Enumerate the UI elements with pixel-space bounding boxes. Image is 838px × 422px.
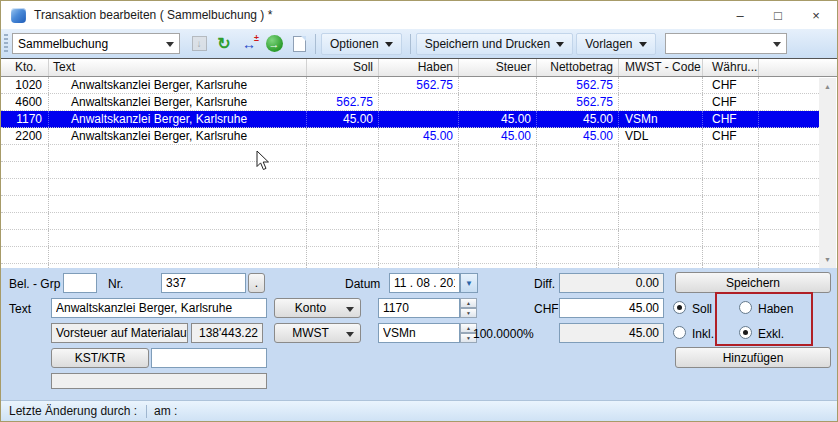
cell-empty [619,179,703,195]
cell-empty [49,196,307,212]
new-document-icon[interactable] [288,33,310,55]
column-header-steuer[interactable]: Steuer [459,59,537,76]
soll-radio-label: Soll [692,302,712,316]
cell-empty [703,196,759,212]
kst-ktr-input[interactable] [151,348,267,368]
cell-haben: 562.75 [379,77,459,93]
cell-empty [703,230,759,246]
minimize-button[interactable]: – [721,1,759,29]
refresh-icon[interactable]: ↻ [213,33,235,55]
konto-dropdown-button[interactable]: Konto [274,298,361,318]
cell-filler [759,196,819,212]
cell-empty [703,162,759,178]
netto-value-field [559,323,664,343]
optionen-button[interactable]: Optionen [321,33,402,55]
bel-grp-input[interactable] [63,273,97,293]
booking-type-combobox[interactable]: Sammelbuchung [12,33,180,54]
resize-columns-icon[interactable]: ↔± [238,33,260,55]
chevron-down-icon [773,42,781,47]
cell-empty [619,213,703,229]
chevron-down-icon [166,42,174,47]
cell-empty [459,247,537,263]
table-header: Kto.TextSollHabenSteuerNettobetragMWST -… [1,59,837,77]
cell-filler [759,145,819,161]
cell-empty [1,145,49,161]
cell-empty [459,230,537,246]
scroll-up-icon[interactable]: ▲ [819,78,836,95]
column-header-haben[interactable]: Haben [379,59,459,76]
cell-soll [307,128,379,144]
datum-input[interactable] [389,273,460,293]
titlebar: Transaktion bearbeiten ( Sammelbuchung )… [1,1,837,29]
vertical-scrollbar[interactable]: ▲ ▼ [819,78,836,268]
cell-steuer: 45.00 [459,128,537,144]
booking-type-value: Sammelbuchung [18,37,108,51]
column-header-text[interactable]: Text [49,59,307,76]
cell-empty [379,247,459,263]
cell-empty [49,230,307,246]
inkl-radio-label: Inkl. [692,327,714,341]
soll-radio[interactable] [673,301,686,314]
hinzufuegen-button[interactable]: Hinzufügen [675,347,831,368]
spin-down-icon[interactable]: ▼ [460,308,477,318]
vorlagen-button[interactable]: Vorlagen [576,33,655,55]
table-row[interactable]: 1170Anwaltskanzlei Berger, Karlsruhe45.0… [1,111,819,128]
column-header-waehrung[interactable]: Währu... [703,59,759,76]
chf-label: CHF [534,302,559,316]
column-header-netto[interactable]: Nettobetrag [537,59,619,76]
cell-empty [459,179,537,195]
chevron-down-icon [385,42,393,47]
scroll-down-icon[interactable]: ▼ [819,251,836,268]
speichern-button[interactable]: Speichern [675,272,831,293]
last-change-label: Letzte Änderung durch : [9,404,137,418]
konto-spinner[interactable]: ▲▼ [460,298,477,318]
import-icon[interactable]: ↓ [188,33,210,55]
inkl-radio[interactable] [673,326,686,339]
cell-empty [307,247,379,263]
cell-empty [307,196,379,212]
cell-waehrung: CHF [703,77,759,93]
column-header-mwst[interactable]: MWST - Code [619,59,703,76]
template-combobox[interactable] [665,33,787,54]
amount-input[interactable] [559,298,664,318]
cell-filler [759,128,819,144]
speichern-und-drucken-button[interactable]: Speichern und Drucken [416,33,573,55]
table-row[interactable]: 4600Anwaltskanzlei Berger, Karlsruhe562.… [1,94,819,111]
column-header-soll[interactable]: Soll [307,59,379,76]
post-icon[interactable]: → [263,33,285,55]
maximize-button[interactable]: □ [759,1,797,29]
cell-filler [759,77,819,93]
lookup-dot-button[interactable]: . [248,273,265,293]
cell-filler [759,162,819,178]
konto-number-input[interactable] [378,298,460,318]
cell-empty [49,162,307,178]
column-header-kto[interactable]: Kto. [1,59,49,76]
cell-soll: 45.00 [307,111,379,127]
cell-empty [703,179,759,195]
cell-text: Anwaltskanzlei Berger, Karlsruhe [49,77,307,93]
mwst-dropdown-button[interactable]: MWST [274,323,361,343]
cell-empty [49,247,307,263]
toolbar-grip-handle[interactable] [4,34,8,54]
cell-empty [459,196,537,212]
table-body: 1020Anwaltskanzlei Berger, Karlsruhe562.… [1,77,819,268]
empty-display-field [51,373,267,389]
cell-empty [49,213,307,229]
datum-label: Datum [345,277,380,291]
table-row-empty [1,162,819,179]
date-picker-button[interactable]: ▼ [460,273,478,293]
account-balance-display: 138'443.22 [191,323,263,343]
cell-empty [619,196,703,212]
table-row[interactable]: 2200Anwaltskanzlei Berger, Karlsruhe45.0… [1,128,819,145]
close-button[interactable]: × [797,1,835,29]
table-row[interactable]: 1020Anwaltskanzlei Berger, Karlsruhe562.… [1,77,819,94]
nr-input[interactable] [161,273,246,293]
app-icon [11,8,26,23]
table-row-empty [1,230,819,247]
mwst-code-input[interactable] [378,323,460,343]
text-label: Text [9,302,31,316]
text-input[interactable] [51,298,267,318]
spin-up-icon[interactable]: ▲ [460,298,477,308]
kst-ktr-button[interactable]: KST/KTR [51,348,149,368]
cell-empty [537,247,619,263]
